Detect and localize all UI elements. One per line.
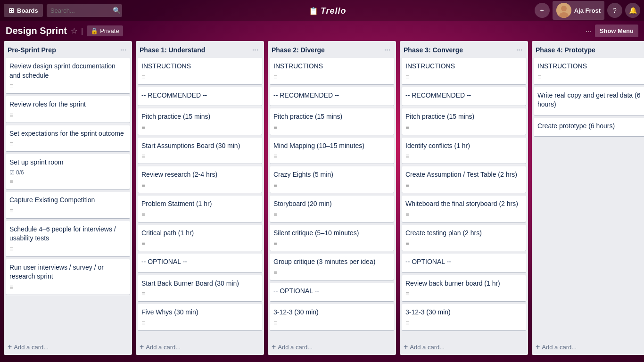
card[interactable]: Set expectations for the sprint outcome≡ [6,125,130,152]
card-title: INSTRUCTIONS [405,62,522,71]
card-title: 3-12-3 (30 min) [405,308,522,317]
card-description-icon: ≡ [405,290,522,297]
card[interactable]: Capture Existing Competition≡ [6,192,130,218]
card[interactable]: Problem Statment (1 hr)≡ [138,196,262,222]
list-title: Phase 2: Diverge [272,46,325,54]
card-title: Crazy Eights (5 min) [273,170,390,180]
card-title: Run user interviews / survey / or resear… [9,263,126,281]
card[interactable]: INSTRUCTIONS≡ [534,58,644,84]
card[interactable]: Create prototype (6 hours) [534,118,644,137]
card[interactable]: -- OPTIONAL -- [270,283,394,302]
card-description-icon: ≡ [9,140,126,148]
card-title: Pitch practice (15 mins) [141,112,258,122]
search-input[interactable] [47,4,122,17]
add-card-button[interactable]: + Add a card... [4,339,132,355]
card-title: Silent critique (5–10 minutes) [273,229,390,238]
card-title: Start Assumptions Board (30 min) [141,141,258,151]
card-description-icon: ≡ [537,73,644,81]
plus-icon: + [540,7,544,14]
card[interactable]: -- OPTIONAL -- [138,254,262,272]
list-cards: INSTRUCTIONS≡-- RECOMMENDED --Pitch prac… [268,58,396,339]
card[interactable]: INSTRUCTIONS≡ [402,58,526,84]
card-description-icon: ≡ [405,181,522,189]
card[interactable]: Create testing plan (2 hrs)≡ [402,225,526,251]
add-card-button[interactable]: + Add a card... [400,339,528,355]
board-title: Design Sprint [6,25,67,36]
add-card-button[interactable]: + Add a card... [268,339,396,355]
card-title: Create prototype (6 hours) [537,122,644,131]
card[interactable]: -- RECOMMENDED -- [270,87,394,106]
add-button[interactable]: + [535,3,550,18]
card[interactable]: Whiteboard the final storyboard (2 hrs)≡ [402,196,526,222]
card[interactable]: Start Assumptions Board (30 min)≡ [138,138,262,164]
list-header: Phase 3: Converge··· [400,41,528,58]
list-header: Phase 1: Understand··· [136,41,264,58]
card[interactable]: Review roles for the sprint≡ [6,96,130,123]
card[interactable]: Pitch practice (15 mins)≡ [270,108,394,135]
card[interactable]: Run user interviews / survey / or resear… [6,259,130,295]
card[interactable]: -- RECOMMENDED -- [138,87,262,106]
card[interactable]: Review design sprint documentation and s… [6,58,130,93]
card[interactable]: Write real copy and get real data (6 hou… [534,87,644,115]
card-title: Group critique (3 minutes per idea) [273,257,390,267]
card[interactable]: Create Assumption / Test Table (2 hrs)≡ [402,166,526,193]
card[interactable]: 3-12-3 (30 min)≡ [402,304,526,330]
card[interactable]: Group critique (3 minutes per idea)≡ [270,254,394,280]
card-title: Schedule 4–6 people for interviews / usa… [9,225,126,243]
card[interactable]: -- OPTIONAL -- [402,254,526,272]
add-card-button[interactable]: + Add a card... [532,339,644,355]
card[interactable]: Pitch practice (15 mins)≡ [138,108,262,135]
show-menu-button[interactable]: Show Menu [595,25,638,37]
card[interactable]: Review back burner board (1 hr)≡ [402,275,526,302]
card-description-icon: ≡ [405,73,522,81]
user-menu-button[interactable]: Aja Frost [553,1,604,20]
card-title: Pitch practice (15 mins) [273,112,390,122]
card[interactable]: Mind Mapping (10–15 minutes)≡ [270,138,394,164]
card-title: Review design sprint documentation and s… [9,62,126,80]
card-description-icon: ≡ [9,111,126,119]
dots: ··· [586,27,591,35]
card-title: Review back burner board (1 hr) [405,279,522,288]
card[interactable]: 3-12-3 (30 min)≡ [270,304,394,330]
card[interactable]: Start Back Burner Board (30 min)≡ [138,275,262,302]
list-phase1: Phase 1: Understand···INSTRUCTIONS≡-- RE… [136,41,264,355]
help-button[interactable]: ? [607,3,622,18]
card-title: Pitch practice (15 mins) [405,112,522,122]
list-header: Pre-Sprint Prep··· [4,41,132,58]
card[interactable]: Storyboard (20 min)≡ [270,196,394,222]
list-menu-button[interactable]: ··· [250,45,260,55]
card-title: Mind Mapping (10–15 minutes) [273,141,390,151]
card[interactable]: Five Whys (30 min)≡ [138,304,262,330]
card-title: INSTRUCTIONS [273,62,390,71]
card[interactable]: Crazy Eights (5 min)≡ [270,166,394,193]
list-menu-button[interactable]: ··· [382,45,392,55]
privacy-badge[interactable]: 🔒 Private [87,25,123,36]
card-title: Set expectations for the sprint outcome [9,129,126,139]
list-menu-button[interactable]: ··· [514,45,524,55]
star-icon[interactable]: ☆ [71,26,77,35]
list-menu-button[interactable]: ··· [118,45,128,55]
plus-icon: + [404,343,408,351]
list-phase3: Phase 3: Converge···INSTRUCTIONS≡-- RECO… [400,41,528,355]
boards-button[interactable]: ⊞ Boards [4,4,43,17]
card[interactable]: Set up sprint room☑ 0/6≡ [6,154,130,189]
card-description-icon: ≡ [9,178,126,185]
card-description-icon: ≡ [273,269,390,276]
card[interactable]: Silent critique (5–10 minutes)≡ [270,225,394,251]
card[interactable]: INSTRUCTIONS≡ [138,58,262,84]
card-title: -- RECOMMENDED -- [405,91,522,100]
card[interactable]: Identify conflicts (1 hr)≡ [402,138,526,164]
card[interactable]: Pitch practice (15 mins)≡ [402,108,526,135]
notification-button[interactable]: 🔔 [625,3,640,18]
card-title: Capture Existing Competition [9,196,126,205]
card[interactable]: Critical path (1 hr)≡ [138,225,262,251]
card[interactable]: Review research (2-4 hrs)≡ [138,166,262,193]
card-description-icon: ≡ [273,73,390,81]
card-description-icon: ≡ [273,123,390,131]
card[interactable]: -- RECOMMENDED -- [402,87,526,106]
list-cards: Review design sprint documentation and s… [4,58,132,339]
card[interactable]: INSTRUCTIONS≡ [270,58,394,84]
plus-icon: + [536,343,540,351]
add-card-button[interactable]: + Add a card... [136,339,264,355]
card[interactable]: Schedule 4–6 people for interviews / usa… [6,221,130,256]
